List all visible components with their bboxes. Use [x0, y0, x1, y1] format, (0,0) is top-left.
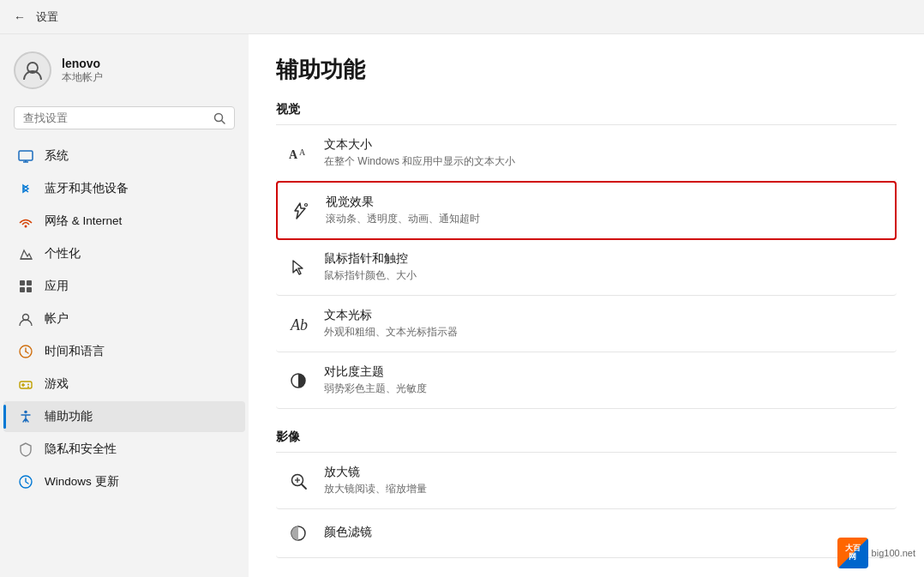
- user-role: 本地帐户: [62, 70, 103, 85]
- gaming-icon: [17, 376, 34, 393]
- sidebar-item-label: 隐私和安全性: [45, 442, 117, 457]
- sidebar-item-label: 时间和语言: [45, 344, 105, 359]
- sidebar-item-windows-update[interactable]: Windows 更新: [3, 466, 245, 497]
- user-name: lenovo: [62, 57, 103, 70]
- text-cursor-text: 文本光标 外观和粗细、文本光标指示器: [324, 308, 458, 340]
- settings-item-contrast[interactable]: 对比度主题 弱势彩色主题、光敏度: [276, 352, 897, 409]
- settings-item-text-cursor[interactable]: Ab 文本光标 外观和粗细、文本光标指示器: [276, 296, 897, 352]
- svg-line-15: [26, 352, 28, 353]
- svg-text:A: A: [299, 147, 306, 157]
- mouse-pointer-desc: 鼠标指针颜色、大小: [324, 268, 417, 283]
- title-bar: ← 设置: [0, 0, 924, 34]
- paint-icon: [17, 245, 34, 262]
- svg-text:A: A: [289, 148, 298, 161]
- svg-rect-3: [19, 151, 33, 160]
- text-size-text: 文本大小 在整个 Windows 和应用中显示的文本大小: [324, 137, 515, 169]
- svg-point-20: [27, 387, 29, 388]
- title-bar-label: 设置: [36, 9, 58, 25]
- sidebar-item-label: 系统: [45, 148, 69, 164]
- contrast-desc: 弱势彩色主题、光敏度: [324, 382, 427, 396]
- color-filter-text: 颜色滤镜: [324, 525, 372, 542]
- section-title-vision: 视觉: [276, 102, 897, 117]
- imaging-settings-list: 放大镜 放大镜阅读、缩放增量 颜色滤镜: [276, 452, 897, 558]
- svg-line-2: [222, 120, 225, 123]
- sidebar-item-label: 辅助功能: [45, 409, 93, 424]
- update-icon: [17, 473, 34, 490]
- main-layout: lenovo 本地帐户 系统: [0, 34, 924, 577]
- svg-point-19: [27, 384, 29, 386]
- back-button[interactable]: ←: [14, 10, 26, 24]
- sidebar-item-bluetooth[interactable]: 蓝牙和其他设备: [3, 173, 245, 204]
- settings-item-magnifier[interactable]: 放大镜 放大镜阅读、缩放增量: [276, 453, 897, 509]
- watermark: 大百网 big100.net: [837, 538, 915, 568]
- sidebar-item-label: Windows 更新: [45, 474, 119, 490]
- search-input[interactable]: [23, 111, 207, 124]
- sidebar-item-label: 应用: [45, 279, 69, 294]
- watermark-logo: 大百网: [837, 538, 868, 568]
- person-icon: [17, 310, 34, 328]
- sidebar-item-accounts[interactable]: 帐户: [3, 304, 245, 334]
- visual-effects-desc: 滚动条、透明度、动画、通知超时: [326, 212, 480, 226]
- vision-settings-list: A A 文本大小 在整个 Windows 和应用中显示的文本大小: [276, 124, 897, 409]
- svg-rect-8: [20, 280, 25, 285]
- magnifier-text: 放大镜 放大镜阅读、缩放增量: [324, 465, 427, 496]
- magnifier-desc: 放大镜阅读、缩放增量: [324, 482, 427, 496]
- search-icon: [213, 112, 225, 124]
- apps-icon: [17, 278, 34, 295]
- settings-item-mouse-pointer[interactable]: 鼠标指针和触控 鼠标指针颜色、大小: [276, 239, 897, 296]
- text-size-icon: A A: [286, 141, 310, 165]
- sidebar-item-label: 帐户: [45, 311, 69, 327]
- sidebar-item-time[interactable]: 时间和语言: [3, 336, 245, 367]
- settings-item-color-filter[interactable]: 颜色滤镜: [276, 509, 897, 558]
- privacy-icon: [17, 441, 34, 458]
- text-size-desc: 在整个 Windows 和应用中显示的文本大小: [324, 154, 515, 169]
- mouse-pointer-icon: [286, 255, 310, 279]
- sidebar-item-label: 网络 & Internet: [45, 213, 122, 229]
- svg-line-29: [302, 484, 306, 489]
- svg-rect-11: [27, 287, 32, 292]
- contrast-icon: [286, 369, 310, 393]
- sidebar: lenovo 本地帐户 系统: [0, 34, 249, 577]
- contrast-title: 对比度主题: [324, 364, 427, 380]
- sidebar-item-personalization[interactable]: 个性化: [3, 238, 245, 269]
- sidebar-item-label: 个性化: [45, 246, 81, 261]
- color-filter-icon: [286, 521, 310, 545]
- text-cursor-desc: 外观和粗细、文本光标指示器: [324, 325, 458, 340]
- sidebar-item-system[interactable]: 系统: [3, 141, 245, 171]
- visual-effects-text: 视觉效果 滚动条、透明度、动画、通知超时: [326, 195, 480, 226]
- settings-item-text-size[interactable]: A A 文本大小 在整个 Windows 和应用中显示的文本大小: [276, 125, 897, 182]
- mouse-pointer-title: 鼠标指针和触控: [324, 251, 417, 267]
- user-info: lenovo 本地帐户: [62, 57, 103, 85]
- svg-text:Ab: Ab: [290, 316, 308, 334]
- contrast-text: 对比度主题 弱势彩色主题、光敏度: [324, 364, 427, 396]
- sidebar-item-accessibility[interactable]: 辅助功能: [3, 401, 245, 432]
- section-title-imaging: 影像: [276, 430, 897, 445]
- sidebar-item-gaming[interactable]: 游戏: [3, 369, 245, 400]
- text-cursor-title: 文本光标: [324, 308, 458, 323]
- svg-point-6: [25, 225, 27, 228]
- clock-icon: [17, 343, 34, 360]
- user-section: lenovo 本地帐户: [0, 43, 249, 103]
- color-filter-title: 颜色滤镜: [324, 525, 372, 540]
- text-cursor-icon: Ab: [286, 312, 310, 336]
- visual-effects-title: 视觉效果: [326, 195, 480, 210]
- search-box[interactable]: [14, 106, 235, 129]
- watermark-text: big100.net: [872, 548, 915, 558]
- svg-rect-9: [27, 280, 32, 285]
- sidebar-item-privacy[interactable]: 隐私和安全性: [3, 434, 245, 465]
- svg-point-25: [305, 203, 308, 206]
- page-title: 辅助功能: [276, 55, 897, 85]
- settings-item-visual-effects[interactable]: 视觉效果 滚动条、透明度、动画、通知超时: [276, 181, 897, 240]
- magnifier-title: 放大镜: [324, 465, 427, 480]
- svg-point-21: [24, 411, 27, 414]
- sidebar-item-network[interactable]: 网络 & Internet: [3, 206, 245, 237]
- content-area: 辅助功能 视觉 A A 文本大小 在整个 Windows 和应用中显示的文本大小: [249, 34, 924, 577]
- bluetooth-icon: [17, 180, 34, 197]
- mouse-pointer-text: 鼠标指针和触控 鼠标指针颜色、大小: [324, 251, 417, 283]
- magnifier-icon: [286, 469, 310, 493]
- accessibility-icon: [17, 408, 34, 425]
- system-icon: [17, 147, 34, 165]
- visual-effects-icon: [288, 199, 312, 223]
- sidebar-item-apps[interactable]: 应用: [3, 271, 245, 302]
- svg-rect-10: [20, 287, 25, 292]
